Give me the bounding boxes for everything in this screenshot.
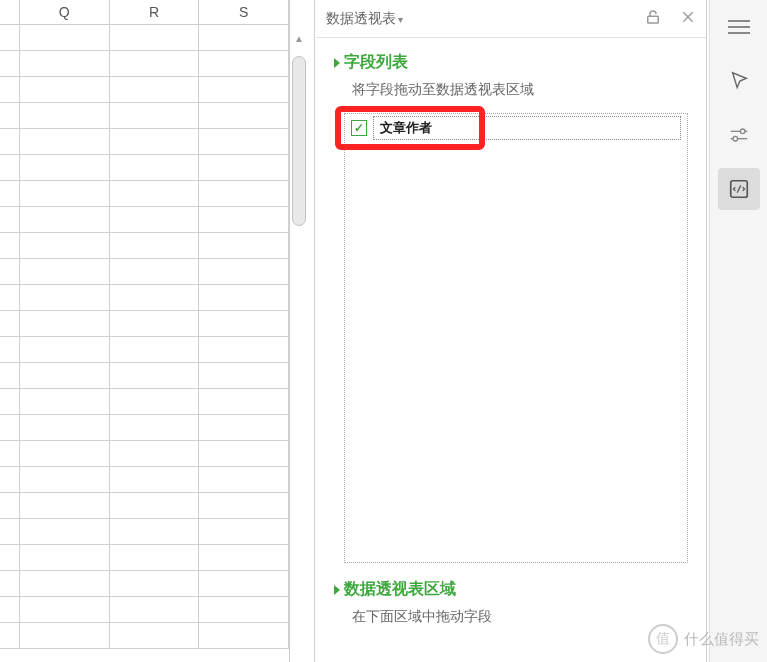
grid-cell[interactable] <box>20 467 110 493</box>
vertical-scrollbar-thumb[interactable] <box>292 56 306 226</box>
grid-cell[interactable] <box>110 441 200 467</box>
grid-row[interactable] <box>0 207 289 233</box>
grid-cell[interactable] <box>110 493 200 519</box>
grid-cell[interactable] <box>199 623 289 649</box>
menu-icon[interactable] <box>718 6 760 48</box>
grid-cell[interactable] <box>199 285 289 311</box>
grid-row[interactable] <box>0 545 289 571</box>
grid-cell[interactable] <box>199 519 289 545</box>
column-header-s[interactable]: S <box>199 0 289 25</box>
grid-cell[interactable] <box>0 207 20 233</box>
grid-cell[interactable] <box>0 441 20 467</box>
grid-row[interactable] <box>0 311 289 337</box>
grid-cell[interactable] <box>20 285 110 311</box>
grid-cell[interactable] <box>199 129 289 155</box>
grid-cell[interactable] <box>110 77 200 103</box>
grid-cell[interactable] <box>110 311 200 337</box>
grid-cell[interactable] <box>199 363 289 389</box>
grid-body[interactable] <box>0 25 289 662</box>
spreadsheet-grid[interactable]: Q R S <box>0 0 290 662</box>
swap-layout-icon[interactable] <box>718 168 760 210</box>
pane-title[interactable]: 数据透视表▾ <box>326 10 644 28</box>
grid-cell[interactable] <box>199 545 289 571</box>
grid-cell[interactable] <box>0 181 20 207</box>
grid-cell[interactable] <box>0 233 20 259</box>
grid-cell[interactable] <box>20 25 110 51</box>
grid-cell[interactable] <box>199 337 289 363</box>
grid-cell[interactable] <box>20 493 110 519</box>
grid-cell[interactable] <box>199 493 289 519</box>
grid-row[interactable] <box>0 519 289 545</box>
grid-cell[interactable] <box>110 337 200 363</box>
grid-cell[interactable] <box>0 285 20 311</box>
grid-cell[interactable] <box>0 363 20 389</box>
grid-cell[interactable] <box>20 207 110 233</box>
grid-row[interactable] <box>0 441 289 467</box>
grid-cell[interactable] <box>110 207 200 233</box>
field-name-label[interactable]: 文章作者 <box>373 116 681 140</box>
grid-cell[interactable] <box>20 259 110 285</box>
grid-cell[interactable] <box>20 103 110 129</box>
grid-cell[interactable] <box>0 51 20 77</box>
grid-cell[interactable] <box>20 389 110 415</box>
grid-cell[interactable] <box>110 415 200 441</box>
grid-cell[interactable] <box>0 415 20 441</box>
grid-cell[interactable] <box>199 571 289 597</box>
lock-icon[interactable] <box>644 8 662 29</box>
grid-cell[interactable] <box>110 623 200 649</box>
grid-cell[interactable] <box>0 77 20 103</box>
grid-cell[interactable] <box>110 519 200 545</box>
grid-row[interactable] <box>0 155 289 181</box>
grid-row[interactable] <box>0 467 289 493</box>
grid-cell[interactable] <box>0 337 20 363</box>
grid-cell[interactable] <box>20 415 110 441</box>
grid-cell[interactable] <box>0 389 20 415</box>
grid-cell[interactable] <box>20 363 110 389</box>
grid-cell[interactable] <box>20 441 110 467</box>
grid-row[interactable] <box>0 77 289 103</box>
grid-cell[interactable] <box>199 311 289 337</box>
grid-cell[interactable] <box>110 389 200 415</box>
field-checkbox[interactable]: ✓ <box>351 120 367 136</box>
grid-row[interactable] <box>0 181 289 207</box>
grid-cell[interactable] <box>110 571 200 597</box>
grid-cell[interactable] <box>0 259 20 285</box>
grid-cell[interactable] <box>199 233 289 259</box>
grid-cell[interactable] <box>0 493 20 519</box>
grid-cell[interactable] <box>110 597 200 623</box>
grid-cell[interactable] <box>199 77 289 103</box>
grid-cell[interactable] <box>110 155 200 181</box>
grid-cell[interactable] <box>110 285 200 311</box>
grid-row[interactable] <box>0 51 289 77</box>
close-icon[interactable] <box>680 9 696 28</box>
grid-cell[interactable] <box>0 103 20 129</box>
grid-row[interactable] <box>0 571 289 597</box>
grid-cell[interactable] <box>199 415 289 441</box>
grid-cell[interactable] <box>199 259 289 285</box>
grid-cell[interactable] <box>199 155 289 181</box>
grid-row[interactable] <box>0 415 289 441</box>
grid-cell[interactable] <box>199 207 289 233</box>
grid-cell[interactable] <box>110 545 200 571</box>
grid-cell[interactable] <box>0 519 20 545</box>
grid-cell[interactable] <box>199 25 289 51</box>
grid-cell[interactable] <box>20 77 110 103</box>
grid-row[interactable] <box>0 337 289 363</box>
grid-row[interactable] <box>0 363 289 389</box>
grid-cell[interactable] <box>110 103 200 129</box>
grid-cell[interactable] <box>199 51 289 77</box>
grid-cell[interactable] <box>20 519 110 545</box>
grid-cell[interactable] <box>0 467 20 493</box>
grid-cell[interactable] <box>0 129 20 155</box>
grid-cell[interactable] <box>20 233 110 259</box>
grid-cell[interactable] <box>20 545 110 571</box>
grid-cell[interactable] <box>110 259 200 285</box>
sliders-icon[interactable] <box>718 114 760 156</box>
grid-row[interactable] <box>0 597 289 623</box>
grid-cell[interactable] <box>20 597 110 623</box>
grid-cell[interactable] <box>199 467 289 493</box>
grid-row[interactable] <box>0 285 289 311</box>
grid-cell[interactable] <box>0 311 20 337</box>
grid-cell[interactable] <box>199 103 289 129</box>
grid-cell[interactable] <box>20 155 110 181</box>
